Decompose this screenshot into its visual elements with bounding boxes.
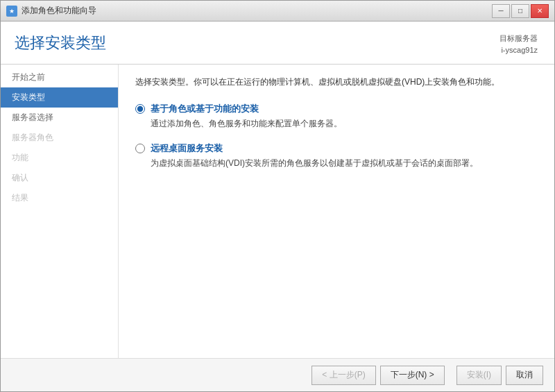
sidebar-item-results: 结果 bbox=[1, 188, 118, 208]
header-area: 选择安装类型 目标服务器 i-yscag91z bbox=[1, 22, 554, 64]
title-bar-left: ★ 添加角色和功能向导 bbox=[6, 5, 96, 17]
sidebar-item-confirm: 确认 bbox=[1, 168, 118, 188]
option-desc-role-based: 通过添加角色、角色服务和功能来配置单个服务器。 bbox=[151, 117, 538, 130]
sidebar-item-features: 功能 bbox=[1, 148, 118, 168]
page-title: 选择安装类型 bbox=[15, 33, 106, 53]
option-item-role-based: 基于角色或基于功能的安装 通过添加角色、角色服务和功能来配置单个服务器。 bbox=[135, 103, 538, 130]
target-server-info: 目标服务器 i-yscag91z bbox=[500, 33, 538, 56]
sidebar-item-before-start[interactable]: 开始之前 bbox=[1, 67, 118, 87]
sidebar-item-server-roles: 服务器角色 bbox=[1, 128, 118, 148]
content-panel: 选择安装类型。你可以在正在运行的物理计算机、虚拟机或脱机虚拟硬盘(VHD)上安装… bbox=[119, 65, 554, 358]
wizard-window: ★ 添加角色和功能向导 ─ □ ✕ 选择安装类型 目标服务器 i-yscag91… bbox=[0, 0, 555, 392]
target-server-label: 目标服务器 bbox=[500, 33, 538, 44]
maximize-button[interactable]: □ bbox=[511, 4, 529, 18]
radio-role-based[interactable] bbox=[135, 104, 145, 114]
window-title: 添加角色和功能向导 bbox=[22, 5, 96, 17]
content-description: 选择安装类型。你可以在正在运行的物理计算机、虚拟机或脱机虚拟硬盘(VHD)上安装… bbox=[135, 76, 538, 89]
close-button[interactable]: ✕ bbox=[531, 4, 549, 18]
option-text-remote-desktop: 远程桌面服务安装 为虚拟桌面基础结构(VDI)安装所需的角色服务以创建基于虚拟机… bbox=[151, 142, 538, 169]
sidebar-item-server-select[interactable]: 服务器选择 bbox=[1, 108, 118, 128]
back-button[interactable]: < 上一步(P) bbox=[311, 366, 375, 385]
sidebar-item-install-type[interactable]: 安装类型 bbox=[1, 87, 118, 108]
main-content: 选择安装类型 目标服务器 i-yscag91z 开始之前 安装类型 服务器选择 … bbox=[1, 22, 554, 391]
option-text-role-based: 基于角色或基于功能的安装 通过添加角色、角色服务和功能来配置单个服务器。 bbox=[151, 103, 538, 130]
radio-remote-desktop[interactable] bbox=[135, 144, 145, 153]
next-button[interactable]: 下一步(N) > bbox=[380, 366, 445, 385]
footer-separator bbox=[450, 368, 451, 382]
install-button[interactable]: 安装(I) bbox=[456, 366, 502, 385]
option-title-remote-desktop: 远程桌面服务安装 bbox=[151, 142, 538, 155]
option-item-remote-desktop: 远程桌面服务安装 为虚拟桌面基础结构(VDI)安装所需的角色服务以创建基于虚拟机… bbox=[135, 142, 538, 169]
title-bar: ★ 添加角色和功能向导 ─ □ ✕ bbox=[1, 1, 554, 22]
body-layout: 开始之前 安装类型 服务器选择 服务器角色 功能 确认 结果 选择安装类型。你可… bbox=[1, 65, 554, 358]
option-group: 基于角色或基于功能的安装 通过添加角色、角色服务和功能来配置单个服务器。 远程桌… bbox=[135, 103, 538, 169]
option-desc-remote-desktop: 为虚拟桌面基础结构(VDI)安装所需的角色服务以创建基于虚拟机或基于会话的桌面部… bbox=[151, 157, 538, 169]
minimize-button[interactable]: ─ bbox=[492, 4, 510, 18]
sidebar: 开始之前 安装类型 服务器选择 服务器角色 功能 确认 结果 bbox=[1, 65, 119, 358]
target-server-name: i-yscag91z bbox=[500, 44, 538, 56]
title-bar-controls: ─ □ ✕ bbox=[492, 4, 549, 18]
footer: < 上一步(P) 下一步(N) > 安装(I) 取消 bbox=[1, 358, 554, 391]
option-title-role-based: 基于角色或基于功能的安装 bbox=[151, 103, 538, 115]
window-icon: ★ bbox=[6, 6, 17, 17]
cancel-button[interactable]: 取消 bbox=[506, 366, 543, 385]
